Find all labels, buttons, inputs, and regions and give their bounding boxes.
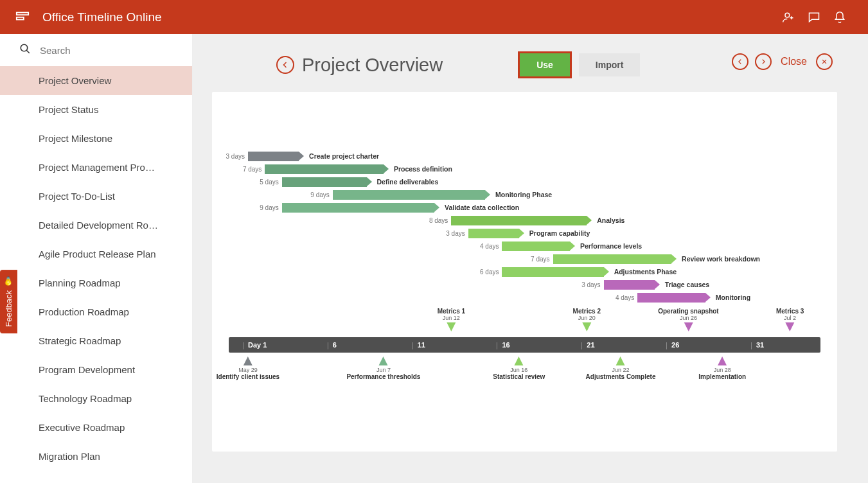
axis-tick: 26 <box>671 341 679 349</box>
task-row: 4 daysPerformance levels <box>229 240 820 252</box>
svg-point-3 <box>21 44 28 51</box>
task-row: 5 daysDefine deliverables <box>229 175 820 188</box>
svg-rect-1 <box>17 17 24 19</box>
task-duration: 8 days <box>417 217 448 224</box>
use-button[interactable]: Use <box>520 53 570 76</box>
close-label[interactable]: Close <box>781 56 807 67</box>
axis-tick: Day 1 <box>248 341 267 349</box>
sidebar-item[interactable]: Production Roadmap <box>0 297 192 326</box>
task-label: Performance levels <box>580 242 642 250</box>
task-row: 7 daysReview work breakdown <box>229 252 820 265</box>
task-duration: 4 days <box>468 243 499 250</box>
sidebar-item[interactable]: Project To-Do-List <box>0 182 192 211</box>
search-row <box>0 34 192 66</box>
sidebar-item[interactable]: Strategic Roadmap <box>0 326 192 355</box>
milestone-top[interactable]: Metrics 2Jun 20 <box>573 308 601 333</box>
sidebar-item[interactable]: Project Management Pro… <box>0 153 192 182</box>
next-button[interactable] <box>755 53 772 70</box>
sidebar-item[interactable]: Technology Roadmap <box>0 384 192 413</box>
lightbulb-icon: 💡 <box>4 276 13 286</box>
sidebar: Project OverviewProject StatusProject Mi… <box>0 34 193 483</box>
task-label: Program capability <box>529 229 590 237</box>
task-row: 9 daysMonitoring Phase <box>229 188 820 201</box>
task-bar[interactable] <box>637 293 705 303</box>
task-bar[interactable] <box>502 267 603 277</box>
toolbar: Project Overview Use Import <box>276 53 773 76</box>
task-label: Monitoring Phase <box>495 191 552 198</box>
axis-tick: 6 <box>333 341 337 349</box>
task-label: Analysis <box>597 216 624 224</box>
axis-tick: 31 <box>756 341 764 349</box>
milestone-bottom[interactable]: May 29Identify client issues <box>217 355 279 380</box>
task-bar[interactable] <box>604 280 655 290</box>
milestone-top[interactable]: Metrics 3Jul 2 <box>776 308 804 333</box>
task-duration: 7 days <box>519 256 550 263</box>
sidebar-item[interactable]: Executive Roadmap <box>0 413 192 442</box>
task-duration: 9 days <box>299 191 330 198</box>
task-bar[interactable] <box>333 190 485 200</box>
sidebar-item[interactable]: Migration Plan <box>0 442 192 471</box>
search-icon <box>19 43 31 57</box>
back-button[interactable] <box>276 56 294 74</box>
svg-point-2 <box>785 13 790 17</box>
task-label: Process definition <box>394 165 452 173</box>
sidebar-item[interactable]: Detailed Development Ro… <box>0 211 192 240</box>
milestone-bottom[interactable]: Jun 28Implementation <box>698 355 746 380</box>
task-duration: 3 days <box>214 153 245 160</box>
sidebar-list: Project OverviewProject StatusProject Mi… <box>0 66 192 483</box>
add-user-icon[interactable] <box>775 4 801 30</box>
task-bar[interactable] <box>282 203 434 213</box>
bell-icon[interactable] <box>827 4 853 30</box>
app-header: Office Timeline Online <box>0 0 868 34</box>
task-label: Define deliverables <box>377 178 439 186</box>
axis-tick: 11 <box>418 341 425 349</box>
sidebar-item[interactable]: Project Status <box>0 95 192 124</box>
milestone-bottom[interactable]: Jun 7Performance thresholds <box>346 355 420 380</box>
task-duration: 3 days <box>570 281 601 288</box>
page-title: Project Overview <box>302 55 443 76</box>
svg-line-4 <box>26 50 30 53</box>
task-row: 8 daysAnalysis <box>229 214 820 227</box>
sidebar-item[interactable]: Program Development <box>0 355 192 384</box>
task-bar[interactable] <box>451 216 587 225</box>
feedback-tab[interactable]: Feedback 💡 <box>0 270 17 333</box>
prev-button[interactable] <box>732 53 748 70</box>
task-bar[interactable] <box>282 177 367 187</box>
chat-icon[interactable] <box>801 4 827 30</box>
task-row: 3 daysTriage causes <box>229 278 820 291</box>
app-title: Office Timeline Online <box>42 10 162 24</box>
task-bar[interactable] <box>248 152 299 161</box>
task-duration: 3 days <box>434 230 465 237</box>
sidebar-item[interactable]: Agile Product Release Plan <box>0 240 192 268</box>
task-row: 9 daysValidate data collection <box>229 201 820 214</box>
task-row: 4 daysMonitoring <box>229 291 820 304</box>
task-bar[interactable] <box>468 229 519 238</box>
task-bar[interactable] <box>553 254 672 264</box>
milestone-bottom[interactable]: Jun 22Adjustments Complete <box>586 355 656 380</box>
search-input[interactable] <box>40 45 173 56</box>
task-row: 6 daysAdjustments Phase <box>229 265 820 278</box>
sidebar-item[interactable]: Project Milestone <box>0 124 192 153</box>
import-button[interactable]: Import <box>579 53 641 76</box>
app-logo-icon <box>15 9 30 26</box>
main-area: Project Overview Use Import Close 3 days… <box>193 34 868 483</box>
timeline-axis: Day 161116212631 <box>229 337 820 353</box>
task-duration: 5 days <box>248 179 279 186</box>
task-row: 3 daysProgram capability <box>229 227 820 240</box>
milestone-top[interactable]: Metrics 1Jun 12 <box>438 308 465 333</box>
task-bar[interactable] <box>502 242 569 251</box>
timeline-canvas: 3 daysCreate project charter7 daysProces… <box>212 92 837 452</box>
milestone-bottom[interactable]: Jun 16Statistical review <box>493 355 545 380</box>
task-duration: 9 days <box>248 204 279 211</box>
svg-rect-0 <box>17 12 28 15</box>
milestone-top[interactable]: Operating snapshotJun 26 <box>658 308 718 333</box>
nav-group: Close <box>732 53 833 70</box>
close-button[interactable] <box>816 53 833 70</box>
feedback-label: Feedback <box>4 290 13 327</box>
task-label: Monitoring <box>716 294 750 301</box>
sidebar-item[interactable]: Project Overview <box>0 66 192 95</box>
task-bar[interactable] <box>265 164 384 174</box>
axis-tick: 21 <box>587 341 594 349</box>
sidebar-item[interactable]: Planning Roadmap <box>0 268 192 297</box>
task-duration: 7 days <box>231 166 261 173</box>
